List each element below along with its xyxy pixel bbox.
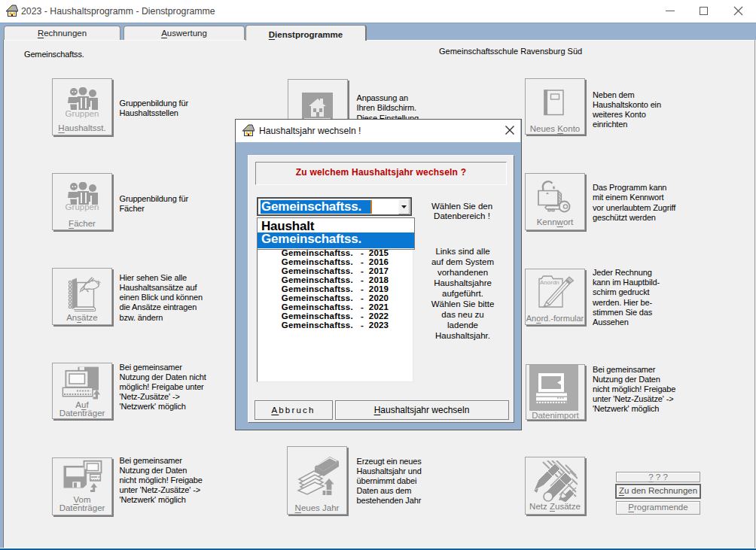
svg-text:Anordn: Anordn [540,279,559,286]
